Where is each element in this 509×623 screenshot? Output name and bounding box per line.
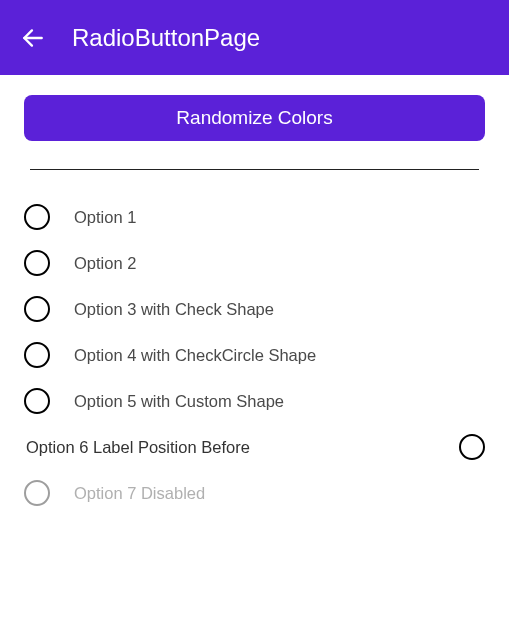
- radio-circle-icon: [459, 434, 485, 460]
- radio-circle-icon: [24, 204, 50, 230]
- radio-label: Option 4 with CheckCircle Shape: [74, 346, 316, 365]
- radio-label: Option 3 with Check Shape: [74, 300, 274, 319]
- radio-option-6[interactable]: Option 6 Label Position Before: [24, 434, 485, 460]
- page-content: Randomize Colors Option 1 Option 2 Optio…: [0, 75, 509, 546]
- radio-circle-icon: [24, 480, 50, 506]
- radio-label: Option 6 Label Position Before: [24, 438, 250, 457]
- radio-circle-icon: [24, 250, 50, 276]
- radio-option-7-disabled: Option 7 Disabled: [24, 480, 485, 506]
- radio-option-3[interactable]: Option 3 with Check Shape: [24, 296, 485, 322]
- app-bar: RadioButtonPage: [0, 0, 509, 75]
- radio-circle-icon: [24, 388, 50, 414]
- page-title: RadioButtonPage: [72, 24, 260, 52]
- radio-circle-icon: [24, 342, 50, 368]
- divider: [30, 169, 479, 170]
- radio-option-1[interactable]: Option 1: [24, 204, 485, 230]
- back-arrow-icon[interactable]: [20, 25, 46, 51]
- radio-label: Option 5 with Custom Shape: [74, 392, 284, 411]
- radio-label: Option 7 Disabled: [74, 484, 205, 503]
- radio-option-2[interactable]: Option 2: [24, 250, 485, 276]
- radio-label: Option 1: [74, 208, 136, 227]
- randomize-colors-button[interactable]: Randomize Colors: [24, 95, 485, 141]
- radio-option-5[interactable]: Option 5 with Custom Shape: [24, 388, 485, 414]
- radio-circle-icon: [24, 296, 50, 322]
- radio-option-4[interactable]: Option 4 with CheckCircle Shape: [24, 342, 485, 368]
- radio-label: Option 2: [74, 254, 136, 273]
